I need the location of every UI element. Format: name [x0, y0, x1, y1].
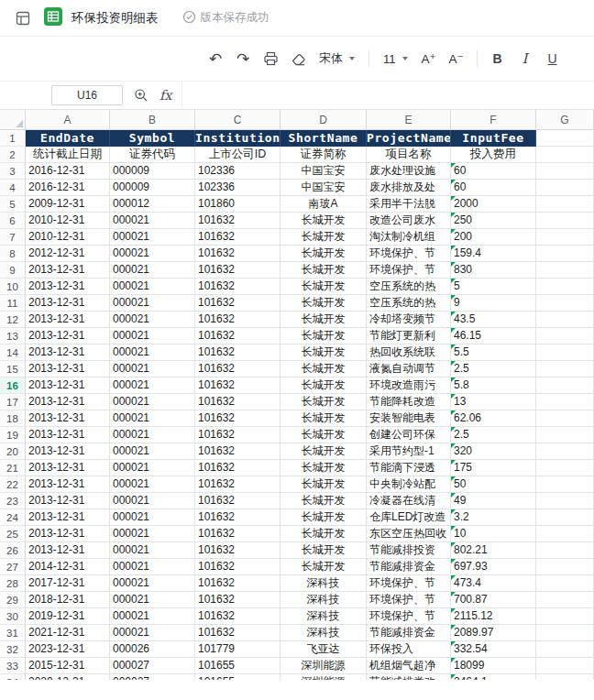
cell[interactable]: 000021 [110, 592, 195, 608]
cell[interactable]: 2089.97 [451, 625, 536, 641]
cell[interactable] [536, 262, 594, 279]
cell[interactable]: 000021 [110, 312, 195, 328]
cell[interactable]: 长城开发 [280, 246, 367, 262]
row-number[interactable]: 9 [0, 262, 26, 279]
cell[interactable] [536, 658, 594, 674]
cell[interactable]: 101632 [195, 410, 280, 427]
cell[interactable]: 长城开发 [280, 542, 367, 559]
row-number[interactable]: 1 [0, 130, 26, 147]
cell[interactable]: 000021 [110, 625, 195, 641]
cell[interactable]: 节能滴下浸透 [367, 460, 451, 476]
cell[interactable]: 深科技 [280, 625, 367, 641]
cell[interactable]: 102336 [195, 163, 280, 180]
cell[interactable]: 长城开发 [280, 493, 367, 509]
row-number[interactable]: 33 [0, 658, 26, 674]
cell[interactable]: 60 [451, 180, 536, 196]
cell[interactable]: 项目名称 [367, 147, 451, 163]
cell[interactable]: 2464.1 [451, 674, 536, 680]
row-number[interactable]: 28 [0, 575, 26, 592]
cell[interactable] [536, 476, 594, 493]
cell[interactable]: 320 [451, 443, 536, 460]
row-number[interactable]: 25 [0, 526, 26, 542]
row-number[interactable]: 31 [0, 625, 26, 641]
cell[interactable]: ShortName [280, 130, 367, 147]
cell[interactable]: 000021 [110, 246, 195, 262]
cell[interactable] [536, 674, 594, 680]
row-number[interactable]: 4 [0, 180, 26, 196]
cell[interactable]: 101632 [195, 229, 280, 246]
underline-button[interactable]: U [541, 47, 565, 71]
cell[interactable]: 空压系统的热 [367, 295, 451, 312]
column-header-A[interactable]: A [26, 110, 110, 129]
cell[interactable]: 长城开发 [280, 394, 367, 410]
cell[interactable]: 101632 [195, 625, 280, 641]
row-number[interactable]: 7 [0, 229, 26, 246]
cell[interactable]: 250 [451, 213, 536, 229]
cell[interactable]: 2013-12-31 [26, 394, 110, 410]
cell[interactable]: 49 [451, 493, 536, 509]
cell[interactable]: 101632 [195, 493, 280, 509]
cell[interactable]: 000021 [110, 295, 195, 312]
cell[interactable]: 2013-12-31 [26, 279, 110, 295]
zoom-magnifier-icon[interactable] [134, 88, 148, 103]
row-number[interactable]: 26 [0, 542, 26, 559]
cell[interactable]: 802.21 [451, 542, 536, 559]
cell[interactable] [536, 410, 594, 427]
column-header-B[interactable]: B [110, 110, 195, 129]
cell[interactable]: 淘汰制冷机组 [367, 229, 451, 246]
cell[interactable]: 中国宝安 [280, 180, 367, 196]
cell[interactable]: 101632 [195, 460, 280, 476]
cell[interactable] [536, 229, 594, 246]
cell[interactable]: 长城开发 [280, 361, 367, 377]
cell[interactable]: 2013-12-31 [26, 377, 110, 394]
increase-font-button[interactable]: A⁺ [417, 47, 441, 71]
cell[interactable]: 000021 [110, 262, 195, 279]
cell[interactable]: 长城开发 [280, 443, 367, 460]
cell[interactable]: 101779 [195, 641, 280, 658]
cell[interactable]: 投入费用 [451, 147, 536, 163]
cell[interactable]: 101632 [195, 345, 280, 361]
cell[interactable] [536, 592, 594, 608]
row-number[interactable]: 12 [0, 312, 26, 328]
cell[interactable]: 环保投入 [367, 641, 451, 658]
cell[interactable]: 2010-12-31 [26, 229, 110, 246]
cell[interactable]: 101632 [195, 213, 280, 229]
row-number[interactable]: 5 [0, 196, 26, 213]
row-number[interactable]: 11 [0, 295, 26, 312]
cell[interactable]: 长城开发 [280, 476, 367, 493]
cell[interactable]: 101632 [195, 279, 280, 295]
cell[interactable] [536, 196, 594, 213]
cell[interactable]: 2013-12-31 [26, 509, 110, 526]
row-number[interactable]: 34 [0, 674, 26, 680]
cell[interactable]: 000021 [110, 229, 195, 246]
cell[interactable]: 101632 [195, 542, 280, 559]
cell[interactable] [536, 147, 594, 163]
cell[interactable]: 2.5 [451, 427, 536, 443]
app-menu-icon[interactable] [11, 6, 35, 30]
print-button[interactable] [258, 47, 282, 71]
cell[interactable]: 长城开发 [280, 427, 367, 443]
cell[interactable]: 101632 [195, 295, 280, 312]
cell[interactable]: 废水排放及处 [367, 180, 451, 196]
cell[interactable]: 环境改造雨污 [367, 377, 451, 394]
cell[interactable]: 101632 [195, 312, 280, 328]
cell[interactable]: 2012-12-31 [26, 246, 110, 262]
cell[interactable] [536, 312, 594, 328]
cell[interactable]: 000021 [110, 526, 195, 542]
cell[interactable] [536, 427, 594, 443]
cell[interactable]: 101632 [195, 427, 280, 443]
cell[interactable]: 深科技 [280, 575, 367, 592]
cell[interactable]: 长城开发 [280, 377, 367, 394]
cell[interactable]: 飞亚达 [280, 641, 367, 658]
italic-button[interactable]: I [513, 47, 537, 71]
cell[interactable]: 废水处理设施 [367, 163, 451, 180]
cell[interactable]: 2013-12-31 [26, 427, 110, 443]
row-number[interactable]: 30 [0, 608, 26, 625]
cell[interactable]: 中国宝安 [280, 163, 367, 180]
cell[interactable]: 000021 [110, 213, 195, 229]
cell[interactable]: 2013-12-31 [26, 295, 110, 312]
cell[interactable]: 101632 [195, 608, 280, 625]
cell[interactable]: 2013-12-31 [26, 410, 110, 427]
cell[interactable]: 101632 [195, 246, 280, 262]
cell[interactable]: 000021 [110, 328, 195, 345]
